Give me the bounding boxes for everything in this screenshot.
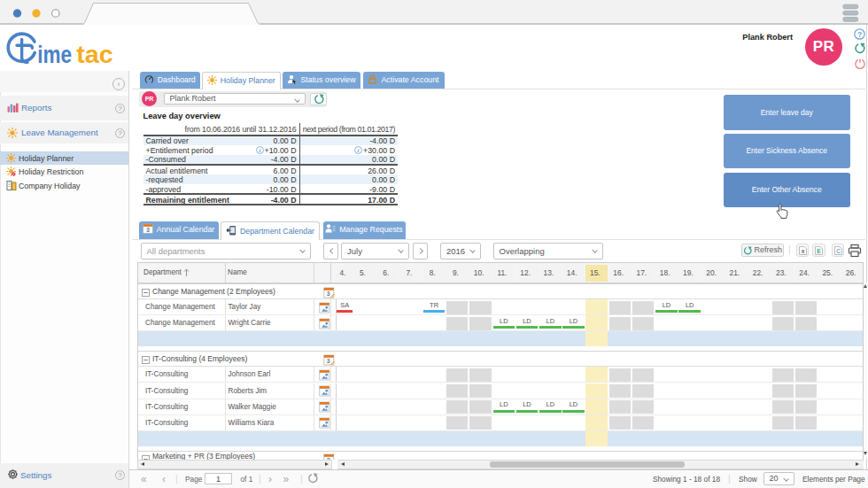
svg-text:3: 3: [146, 227, 150, 233]
svg-text:C: C: [836, 248, 841, 254]
svg-text:ime: ime: [37, 42, 72, 67]
svg-text:x: x: [801, 248, 804, 254]
svg-text:i: i: [358, 148, 360, 154]
svg-text:3: 3: [327, 358, 330, 364]
svg-text:?: ?: [857, 29, 862, 38]
svg-text:3: 3: [327, 290, 330, 297]
svg-text:E: E: [817, 248, 821, 254]
svg-text:tac: tac: [76, 42, 112, 67]
